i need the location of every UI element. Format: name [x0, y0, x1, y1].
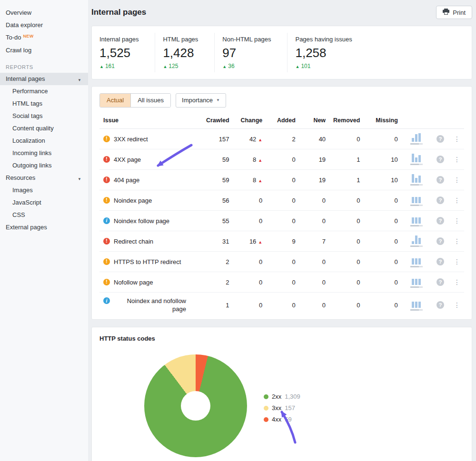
column-change[interactable]: Change — [233, 113, 267, 129]
tab-all-issues[interactable]: All issues — [130, 94, 170, 107]
chart-scrollbar — [410, 225, 423, 226]
more-options-icon[interactable]: ⋮ — [454, 196, 460, 204]
stat-value: 1,258 — [295, 46, 352, 60]
donut-chart-wrap — [144, 354, 247, 457]
issue-link[interactable]: Noindex follow page — [114, 217, 169, 225]
issue-link[interactable]: Noindex and nofollow page — [114, 297, 186, 313]
sidebar-item-data-explorer[interactable]: Data explorer — [0, 19, 88, 31]
sidebar-item-resources[interactable]: Resources ▼ — [0, 172, 88, 184]
importance-dropdown[interactable]: Importance ▼ — [176, 93, 226, 108]
issues-header-row: Issue Crawled Change Added New Removed M… — [99, 113, 464, 129]
mini-bar-chart[interactable] — [402, 252, 431, 272]
help-icon[interactable]: ? — [436, 156, 444, 163]
column-new[interactable]: New — [299, 113, 329, 129]
legend-item-3xx: 3xx 157 — [264, 404, 300, 412]
column-removed[interactable]: Removed — [329, 113, 364, 129]
sidebar-item-content-quality[interactable]: Content quality — [0, 122, 88, 135]
chevron-down-icon: ▼ — [78, 77, 81, 84]
change-up-icon: ▲ — [258, 240, 262, 245]
print-button[interactable]: Print — [436, 6, 472, 19]
help-icon[interactable]: ? — [436, 237, 444, 245]
help-icon[interactable]: ? — [436, 135, 444, 143]
sidebar-item-localization[interactable]: Localization — [0, 135, 88, 147]
sidebar-item-social-tags[interactable]: Social tags — [0, 110, 88, 122]
sidebar-item-html-tags[interactable]: HTML tags — [0, 98, 88, 110]
mini-bar-chart[interactable] — [402, 190, 431, 211]
legend-dot-2xx — [264, 394, 268, 399]
error-icon: ! — [103, 238, 110, 245]
mini-bar-chart[interactable] — [402, 149, 431, 170]
issue-row-https-to-http-redirect: !HTTPS to HTTP redirect 2 0 0 0 0 0 ? ⋮ — [99, 252, 464, 272]
added-value: 2 — [266, 129, 299, 149]
column-crawled[interactable]: Crawled — [202, 113, 233, 129]
warning-icon: ! — [103, 197, 110, 204]
change-value: 0 — [233, 211, 267, 231]
mini-bar-chart[interactable] — [402, 129, 431, 149]
more-options-icon[interactable]: ⋮ — [454, 237, 460, 245]
error-icon: ! — [103, 177, 110, 183]
chart-scrollbar — [410, 205, 423, 206]
sidebar-item-external-pages[interactable]: External pages — [0, 221, 88, 234]
more-options-icon[interactable]: ⋮ — [454, 217, 460, 225]
mini-bar-chart[interactable] — [402, 170, 431, 190]
issue-link[interactable]: 4XX page — [114, 156, 141, 164]
chevron-down-icon: ▼ — [216, 97, 220, 104]
sidebar-item-crawl-log[interactable]: Crawl log — [0, 44, 88, 57]
chart-scrollbar — [410, 184, 423, 186]
sidebar-item-outgoing-links[interactable]: Outgoing links — [0, 159, 88, 172]
sidebar-item-images[interactable]: Images — [0, 184, 88, 196]
missing-value: 0 — [364, 211, 401, 231]
sidebar-item-internal-pages[interactable]: Internal pages ▼ — [0, 73, 88, 85]
more-options-icon[interactable]: ⋮ — [454, 135, 460, 143]
issue-link[interactable]: 3XX redirect — [114, 135, 148, 143]
chart-scrollbar — [410, 245, 423, 247]
added-value: 0 — [266, 170, 299, 190]
sidebar-item-performance[interactable]: Performance — [0, 85, 88, 98]
help-icon[interactable]: ? — [436, 196, 444, 204]
change-up-icon: ▲ — [258, 137, 262, 142]
removed-value: 0 — [329, 211, 364, 231]
issue-link[interactable]: Noindex page — [114, 196, 152, 205]
site-audit-page: Overview Data explorer To-doNEW Crawl lo… — [0, 0, 476, 461]
help-icon[interactable]: ? — [436, 176, 444, 184]
issue-link[interactable]: Redirect chain — [114, 237, 153, 245]
stat-label: Internal pages — [99, 36, 139, 43]
missing-value: 0 — [364, 272, 401, 293]
change-value: 8▲ — [233, 149, 267, 170]
chart-scrollbar — [410, 266, 423, 267]
mini-bar-chart[interactable] — [402, 231, 431, 252]
column-issue[interactable]: Issue — [99, 113, 202, 129]
mini-bar-chart[interactable] — [402, 211, 431, 231]
help-icon[interactable]: ? — [436, 301, 444, 309]
crawled-value: 31 — [202, 231, 233, 252]
more-options-icon[interactable]: ⋮ — [454, 258, 460, 265]
sidebar-item-css[interactable]: CSS — [0, 209, 88, 221]
stat-delta: ▲36 — [222, 63, 271, 69]
help-icon[interactable]: ? — [436, 217, 444, 225]
more-options-icon[interactable]: ⋮ — [454, 301, 460, 309]
more-options-icon[interactable]: ⋮ — [454, 176, 460, 184]
mini-bar-chart[interactable] — [402, 293, 431, 318]
sidebar-item-incoming-links[interactable]: Incoming links — [0, 147, 88, 159]
new-value: 0 — [299, 211, 329, 231]
added-value: 0 — [266, 272, 299, 293]
column-missing[interactable]: Missing — [364, 113, 401, 129]
new-value: 40 — [299, 129, 329, 149]
help-icon[interactable]: ? — [436, 258, 444, 265]
column-chart — [402, 113, 431, 129]
tab-actual[interactable]: Actual — [100, 94, 130, 107]
change-value: 0 — [233, 252, 267, 272]
more-options-icon[interactable]: ⋮ — [454, 278, 460, 286]
stat-label: HTML pages — [163, 36, 198, 43]
sidebar-item-javascript[interactable]: JavaScript — [0, 196, 88, 209]
column-added[interactable]: Added — [266, 113, 299, 129]
issues-card: Actual All issues Importance ▼ Issue Cra… — [91, 86, 472, 320]
issue-link[interactable]: Nofollow page — [114, 278, 153, 286]
more-options-icon[interactable]: ⋮ — [454, 156, 460, 163]
mini-bar-chart[interactable] — [402, 272, 431, 293]
sidebar-item-todo[interactable]: To-doNEW — [0, 31, 88, 44]
issue-link[interactable]: HTTPS to HTTP redirect — [114, 258, 181, 266]
sidebar-item-overview[interactable]: Overview — [0, 7, 88, 19]
help-icon[interactable]: ? — [436, 278, 444, 286]
issue-link[interactable]: 404 page — [114, 176, 139, 184]
